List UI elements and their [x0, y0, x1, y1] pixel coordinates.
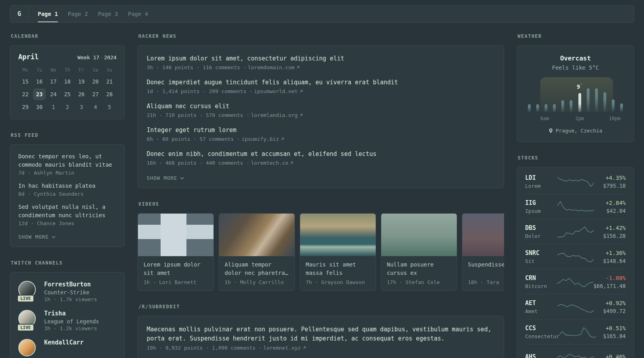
twitch-channel[interactable]: LIVETrishaLeague of Legends3h · 1.2k vie…	[18, 310, 116, 331]
video-thumbnail-canoe-lake[interactable]	[381, 214, 457, 256]
hn-item: Aliquam nec cursus elit21h · 710 points …	[147, 102, 495, 118]
twitch-channel-category[interactable]: Counter-Strike	[44, 289, 97, 296]
external-link-icon	[296, 66, 300, 69]
calendar-day: 19	[75, 76, 87, 88]
calendar-weekday: Su	[103, 65, 116, 75]
video-title[interactable]: Lorem ipsum dolor sit amet consectetu…	[144, 261, 208, 277]
calendar-day: 5	[103, 101, 116, 113]
live-badge: LIVE	[17, 324, 34, 331]
twitch-widget: LIVEForrestBurtonCounter-Strike1h · 1.7k…	[10, 272, 125, 358]
stock-row[interactable]: LDILorem+4.35%$795.18	[525, 169, 626, 194]
stock-symbol: AET	[525, 300, 557, 307]
stock-row[interactable]: IIGIpsum+2.84%$42.04	[525, 194, 626, 219]
hn-item-title[interactable]: Donec enim nibh, condimentum et accumsan…	[147, 150, 495, 158]
stock-sparkline	[559, 325, 596, 339]
stock-change: +0.46%	[594, 354, 626, 358]
weather-bar-slot	[609, 77, 617, 112]
hn-item-title[interactable]: Lorem ipsum dolor sit amet, consectetur …	[147, 54, 495, 63]
twitch-channel-name[interactable]: KendallCarr	[44, 339, 83, 346]
nav-tab-page-1[interactable]: Page 1	[38, 6, 58, 22]
calendar-day: 28	[103, 88, 116, 100]
left-column: CALENDAR April Week 17·2024 MoTuWeThFrSa…	[10, 23, 125, 358]
calendar-day: 24	[47, 88, 60, 100]
video-thumbnail-camera-hands[interactable]	[219, 214, 295, 256]
video-info: Mauris sit amet massa felis7h · Grayson …	[300, 256, 376, 290]
stock-info: AETAmet	[525, 300, 557, 314]
stock-row[interactable]: AHS+0.46%	[525, 344, 626, 358]
twitch-channel-name[interactable]: Trisha	[44, 310, 99, 317]
stock-name: Dolor	[525, 233, 557, 239]
stock-values: +0.92%$499.72	[594, 300, 626, 314]
stock-change: +1.36%	[594, 250, 626, 256]
hn-item-title[interactable]: Donec imperdiet augue tincidunt felis al…	[147, 78, 495, 87]
hn-item-meta: 6h · 60 points · 57 comments · ipsumify.…	[147, 136, 495, 142]
stock-price: $66,171.48	[594, 283, 626, 289]
video-info: Nullam posuere cursus ex17h · Stefan Col…	[381, 256, 457, 290]
live-badge: LIVE	[17, 295, 34, 302]
hn-show-more-button[interactable]: SHOW MORE	[147, 175, 184, 181]
nav-tab-page-4[interactable]: Page 4	[128, 6, 148, 22]
video-thumbnail-foggy-field[interactable]	[462, 214, 504, 256]
external-link-icon	[303, 346, 306, 350]
stock-info: CCSConsectetur	[525, 325, 559, 339]
stock-info: IIGIpsum	[525, 199, 557, 214]
calendar-day: 15	[19, 76, 31, 88]
video-thumbnail-sea-voyage[interactable]	[300, 214, 376, 256]
twitch-channel-category[interactable]: League of Legends	[44, 318, 99, 325]
rss-item-title[interactable]: Donec tempor eros leo, ut commodo mauris…	[18, 152, 116, 169]
hn-item: Integer eget rutrum lorem6h · 60 points …	[147, 126, 495, 142]
hn-item-title[interactable]: Aliquam nec cursus elit	[147, 102, 495, 111]
reddit-post-domain-link[interactable]: loremnet.xyz	[264, 345, 306, 351]
rss-show-more-button[interactable]: SHOW MORE	[18, 234, 56, 240]
stock-values: +0.51%$165.84	[596, 325, 626, 339]
hn-item-domain-link[interactable]: ipsumify.biz	[242, 136, 284, 142]
stock-row[interactable]: SNRCSit+1.36%$148.64	[525, 244, 626, 269]
video-title[interactable]: Aliquam tempor dolor nec pharetra…	[225, 261, 289, 277]
twitch-channel-name[interactable]: ForrestBurton	[44, 281, 97, 288]
twitch-avatar-wrap: LIVE	[18, 310, 37, 328]
nav-tab-page-3[interactable]: Page 3	[98, 6, 118, 22]
calendar-weekday: Fr	[74, 65, 88, 75]
video-title[interactable]: Nullam posuere cursus ex	[387, 261, 451, 277]
stock-sparkline	[557, 300, 594, 314]
video-title[interactable]: Suspendisse diam	[468, 261, 504, 277]
calendar-weekday: Tu	[32, 65, 46, 75]
hn-item-domain-link[interactable]: loremtech.co	[251, 160, 293, 166]
reddit-post-title[interactable]: Maecenas mollis pulvinar erat non posuer…	[147, 325, 495, 343]
rss-item-title[interactable]: Sed volutpat nulla nisl, a condimentum n…	[18, 203, 116, 220]
hn-item-domain-link[interactable]: loremlandia.org	[251, 112, 303, 118]
video-card: Suspendisse diam18h · Tara	[462, 213, 504, 291]
calendar-weekday: Sa	[88, 65, 102, 75]
hn-item-meta: 1d · 1,414 points · 299 comments · ipsum…	[147, 88, 495, 94]
video-title[interactable]: Mauris sit amet massa felis	[306, 261, 370, 277]
rss-section-label: RSS FEED	[11, 132, 125, 138]
hn-item-domain-link[interactable]: loremdomain.com	[248, 64, 299, 70]
calendar-section-label: CALENDAR	[11, 33, 125, 39]
stock-row[interactable]: AETAmet+0.92%$499.72	[525, 294, 626, 319]
center-column: HACKER NEWS Lorem ipsum dolor sit amet, …	[138, 23, 504, 358]
stock-info: LDILorem	[525, 174, 557, 189]
weather-bar-slot	[533, 77, 542, 112]
stock-row[interactable]: CCSConsectetur+0.51%$165.84	[525, 319, 626, 344]
stock-change: +1.42%	[594, 225, 626, 231]
twitch-channel[interactable]: KendallCarr	[18, 339, 116, 357]
video-meta: 7h · Grayson Dawson	[306, 279, 370, 285]
stock-row[interactable]: DBSDolor+1.42%$156.28	[525, 219, 626, 244]
stock-row[interactable]: CRNBitcorn-1.00%$66,171.48	[525, 269, 626, 294]
hn-item-title[interactable]: Integer eget rutrum lorem	[147, 126, 495, 134]
nav-tab-page-2[interactable]: Page 2	[68, 6, 88, 22]
video-thumbnail-sky-cross[interactable]	[138, 214, 213, 256]
calendar-day-selected: 23	[33, 88, 45, 100]
rss-item-title[interactable]: In hac habitasse platea	[18, 182, 116, 190]
weather-bar	[561, 100, 564, 112]
rss-item-meta: 12d · Chance Jones	[18, 220, 116, 226]
hn-item-meta: 16h · 468 points · 440 comments · loremt…	[147, 160, 495, 166]
stock-price: $148.64	[594, 258, 626, 264]
stock-sparkline	[557, 200, 594, 214]
stock-price: $795.18	[594, 183, 626, 189]
video-card: Nullam posuere cursus ex17h · Stefan Col…	[381, 213, 457, 291]
video-card: Lorem ipsum dolor sit amet consectetu…1h…	[138, 213, 214, 291]
dashboard-columns: CALENDAR April Week 17·2024 MoTuWeThFrSa…	[10, 23, 634, 358]
hn-item-domain-link[interactable]: ipsumworld.net	[254, 88, 303, 94]
twitch-channel[interactable]: LIVEForrestBurtonCounter-Strike1h · 1.7k…	[18, 281, 116, 302]
